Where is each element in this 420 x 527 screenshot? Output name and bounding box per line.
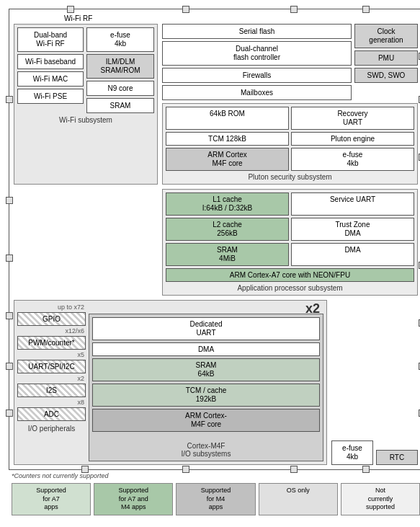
connector-bottom-1	[81, 466, 89, 473]
cortex-tcm-cache-box: TCM / cache 192kB	[92, 384, 320, 407]
wifi-efuse-box: e-fuse 4kb	[86, 27, 154, 52]
wifi-subsystem-label: Wi-Fi subsystem	[17, 116, 154, 124]
connector-top-1	[67, 6, 74, 13]
dual-channel-box: Dual-channel flash controller	[162, 41, 352, 66]
bottom-right: e-fuse 4kb RTC	[331, 300, 418, 465]
pluton-efuse-box: e-fuse 4kb	[291, 148, 414, 171]
gpio-annotation: up to x72	[17, 304, 86, 311]
app-l1-cache-box: L1 cache I:64kB / D:32kB	[166, 192, 289, 216]
cortex-arm-box: ARM Cortex- M4F core	[92, 409, 320, 432]
pluton-recovery-uart-box: Recovery UART	[291, 107, 414, 130]
app-dma-box: DMA	[291, 243, 414, 266]
pwm-box: PWM/counter*	[17, 336, 86, 350]
connector-left-1	[6, 96, 13, 103]
cortex-m4f-block: x2 Dedicated UART DMA SRAM 64kB	[89, 314, 323, 461]
swd-swo-box: SWD, SWO	[354, 68, 418, 83]
wifi-sram-box: SRAM	[86, 98, 154, 113]
app-sram-box: SRAM 4MiB	[166, 243, 289, 266]
legend-a7m4: Supported for A7 and M4 apps	[94, 483, 173, 515]
connector-left-5	[6, 363, 13, 370]
cortex-label: Cortex-M4F I/O subsystems	[92, 434, 320, 458]
connector-bottom-3	[290, 466, 298, 473]
connector-left-2	[6, 197, 13, 204]
cortex-sram-box: SRAM 64kB	[92, 358, 320, 381]
io-label: I/O peripherals	[17, 425, 86, 433]
app-processor-label: Application processor subsystem	[166, 284, 414, 292]
rtc-box: RTC	[376, 450, 418, 465]
io-peripherals: up to x72 GPIO x12/x6 PWM/counter* x5	[17, 304, 86, 461]
gpio-box: GPIO	[17, 312, 86, 326]
connector-left-3	[6, 254, 13, 262]
connector-bottom-2	[182, 466, 189, 473]
pwm-annotation: x12/x6	[17, 327, 86, 335]
adc-annotation: x8	[17, 399, 86, 406]
app-trustzone-box: Trust Zone DMA	[291, 218, 414, 241]
uart-box: UART/SPI/I2C	[17, 360, 86, 373]
uart-annotation: x5	[17, 351, 86, 358]
diagram: Wi-Fi RF Dual-band Wi-Fi RF Wi-Fi baseba…	[9, 9, 420, 470]
pluton-tcm-box: TCM 128kB	[166, 132, 289, 146]
legend-area: Supported for A7 apps Supported for A7 a…	[9, 482, 420, 518]
i2s-annotation: x2	[17, 375, 86, 382]
wifi-baseband-box: Wi-Fi baseband	[17, 54, 84, 69]
connector-top-4	[362, 6, 370, 13]
legend-a7: Supported for A7 apps	[12, 483, 91, 515]
clock-gen-box: Clock generation	[354, 24, 418, 48]
pluton-cortex-box: ARM Cortex M4F core	[166, 148, 289, 171]
cortex-dma-box: DMA	[92, 342, 320, 356]
main-container: Wi-Fi RF Dual-band Wi-Fi RF Wi-Fi baseba…	[6, 6, 420, 521]
wifi-pse-box: Wi-Fi PSE	[17, 89, 84, 104]
i2s-box: I2S	[17, 384, 86, 397]
wifi-dual-band-box: Dual-band Wi-Fi RF	[17, 27, 84, 52]
app-l2-cache-box: L2 cache 256kB	[166, 218, 289, 241]
io-cortex-block: up to x72 GPIO x12/x6 PWM/counter* x5	[14, 300, 327, 465]
wifi-subsystem: Dual-band Wi-Fi RF Wi-Fi baseband Wi-Fi …	[14, 24, 158, 185]
legend-not-supported: Not currently supported	[341, 483, 420, 515]
wifi-rf-label: Wi-Fi RF	[14, 14, 418, 22]
footnote: *Counters not currently supported	[9, 470, 420, 482]
pluton-label: Pluton security subsystem	[166, 173, 414, 181]
serial-flash-box: Serial flash	[162, 24, 352, 39]
mailboxes-box: Mailboxes	[162, 85, 352, 100]
pluton-subsystem: 64kB ROM Recovery UART TCM 128kB Pluton …	[162, 103, 418, 185]
right-top-area: Serial flash Dual-channel flash controll…	[162, 24, 418, 185]
connector-top-3	[290, 6, 298, 13]
wifi-mac-box: Wi-Fi MAC	[17, 71, 84, 87]
firewalls-box: Firewalls	[162, 68, 352, 83]
x2-badge: x2	[305, 301, 320, 316]
wifi-ilm-dlm-box: ILM/DLM SRAM/ROM	[86, 54, 154, 79]
app-cortex-a7-box: ARM Cortex-A7 core with NEON/FPU	[166, 268, 414, 282]
pmu-box: PMU	[354, 50, 418, 66]
pluton-engine-box: Pluton engine	[291, 132, 414, 146]
bottom-efuse-box: e-fuse 4kb	[331, 440, 373, 465]
connector-left-6	[6, 409, 13, 417]
app-service-uart-box: Service UART	[291, 192, 414, 216]
legend-os: OS only	[259, 483, 338, 515]
adc-box: ADC	[17, 407, 86, 421]
legend-m4: Supported for M4 apps	[176, 483, 255, 515]
connector-top-2	[182, 6, 189, 13]
connector-left-4	[6, 312, 13, 319]
wifi-n9-box: N9 core	[86, 81, 154, 96]
cortex-dedicated-uart-box: Dedicated UART	[92, 317, 320, 340]
app-processor-subsystem: L1 cache I:64kB / D:32kB Service UART L2…	[162, 189, 418, 296]
pluton-rom-box: 64kB ROM	[166, 107, 289, 130]
connector-bottom-4	[362, 466, 370, 473]
